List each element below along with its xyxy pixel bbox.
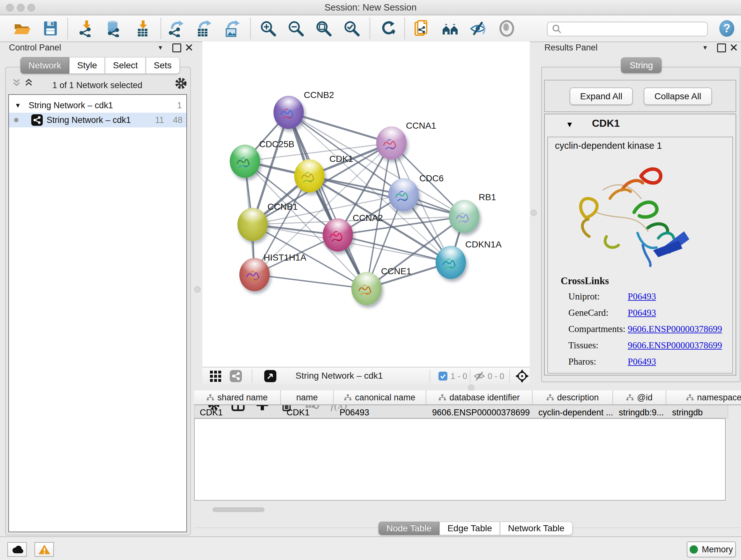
crosslink-value-link[interactable]: P06493 [628, 307, 656, 318]
help-button[interactable]: ? [719, 20, 734, 37]
network-current-dot-icon [14, 118, 18, 122]
import-table-icon[interactable] [134, 20, 151, 37]
hidden-eye-icon[interactable] [474, 371, 485, 381]
collapse-all-button[interactable]: Collapse All [644, 87, 712, 105]
save-session-icon[interactable] [42, 20, 59, 37]
panel-float-icon[interactable] [172, 44, 181, 52]
left-splitter-handle[interactable] [194, 287, 200, 293]
graphics-detail-eye-icon[interactable] [498, 20, 515, 37]
export-table-icon[interactable] [195, 20, 212, 37]
table-cell-database-identifier[interactable]: 9606.ENSP00000378699 [426, 418, 533, 420]
export-network-icon[interactable] [167, 20, 184, 37]
zoom-fit-icon[interactable] [315, 20, 332, 37]
network-share-icon[interactable] [230, 370, 242, 382]
entry-description: cyclin-dependent kinase 1 [555, 140, 662, 151]
search-field[interactable] [547, 22, 708, 37]
tab-edge-table[interactable]: Edge Table [440, 522, 500, 535]
tab-string[interactable]: String [621, 57, 662, 73]
tab-network-table[interactable]: Network Table [500, 522, 572, 535]
cloud-status-button[interactable] [7, 542, 27, 557]
network-node-CCNA2[interactable] [323, 219, 353, 252]
tab-select[interactable]: Select [105, 57, 146, 74]
footer-separator [429, 369, 430, 383]
network-selected-status: 1 of 1 Network selected [8, 80, 186, 90]
panel-menu-icon[interactable]: ▾ [703, 44, 707, 52]
crosslink-value-link[interactable]: 9606.ENSP00000378699 [628, 340, 722, 351]
crosslink-value-link[interactable]: 9606.ENSP00000378699 [628, 324, 722, 334]
home-string-icon[interactable] [442, 20, 459, 37]
table-row[interactable]: CDK1CDK1P064939606.ENSP00000378699cyclin… [194, 418, 726, 420]
network-options-gear-icon[interactable] [174, 77, 188, 90]
tab-style[interactable]: Style [69, 57, 105, 74]
collection-expander-icon[interactable]: ▼ [15, 102, 21, 109]
crosslink-row-pharos-: Pharos:P06493 [568, 356, 596, 367]
protein-squiggle-icon [381, 135, 401, 155]
import-network-icon[interactable] [77, 20, 95, 37]
network-node-CDK1[interactable] [294, 159, 325, 192]
panel-close-icon[interactable]: ✕ [185, 44, 194, 51]
toolbar-separator [160, 18, 161, 39]
network-node-RB1[interactable] [449, 200, 479, 233]
network-node-CDKN1A[interactable] [435, 246, 466, 279]
network-node-CCNA1[interactable] [376, 126, 407, 160]
memory-status-dot [690, 545, 698, 554]
table-cell-shared-name[interactable]: CDK1 [194, 418, 281, 420]
network-node-CDC6[interactable] [388, 178, 419, 211]
network-node-CCNE1[interactable] [351, 272, 382, 305]
entry-expander-icon[interactable]: ▼ [566, 120, 574, 129]
network-row[interactable]: String Network – cdk1 11 48 [9, 113, 186, 127]
panel-close-icon[interactable]: ✕ [729, 44, 738, 51]
network-node-count: 11 [155, 115, 164, 125]
export-image-icon[interactable] [223, 20, 240, 37]
birds-eye-toggle-icon[interactable] [264, 370, 276, 382]
zoom-selected-icon[interactable] [343, 20, 360, 37]
network-node-CCNB1[interactable] [238, 208, 268, 241]
import-database-icon[interactable] [105, 20, 122, 37]
expand-all-button[interactable]: Expand All [569, 87, 633, 105]
toolbar-separator [67, 18, 68, 39]
search-input[interactable] [565, 24, 707, 35]
control-panel-title: Control Panel [9, 43, 61, 53]
protein-squiggle-icon [393, 186, 414, 207]
refresh-icon[interactable] [380, 20, 397, 37]
panel-menu-icon[interactable]: ▾ [158, 44, 162, 52]
crosslink-value-link[interactable]: P06493 [628, 291, 656, 302]
horizontal-scrollbar-thumb[interactable] [212, 507, 265, 512]
zoom-in-icon[interactable] [259, 20, 277, 37]
selected-checkbox-icon[interactable] [439, 372, 448, 381]
crosslinks-title: CrossLinks [561, 275, 609, 287]
open-session-icon[interactable] [13, 20, 30, 37]
toolbar-separator [250, 18, 251, 39]
memory-button[interactable]: Memory [687, 542, 736, 557]
network-canvas[interactable]: CCNB2CCNA1CDC25BCDK1CDC6RB1CCNB1CCNA2CDK… [202, 42, 530, 367]
right-splitter-handle[interactable] [531, 210, 537, 216]
crosslink-label: Compartments: [568, 324, 625, 334]
table-cell--id[interactable]: stringdb:9... [613, 418, 666, 420]
tab-sets[interactable]: Sets [146, 57, 180, 74]
grid-view-icon[interactable] [210, 371, 221, 382]
network-node-HIST1H1A[interactable] [239, 258, 270, 291]
table-cell-description[interactable]: cyclin-dependent ... [533, 418, 613, 420]
network-collection-row[interactable]: ▼ String Network – cdk1 1 [9, 98, 186, 113]
table-cell-canonical-name[interactable]: P06493 [334, 418, 426, 420]
fit-selected-crosshair-icon[interactable] [515, 369, 529, 383]
table-tabs: Node TableEdge TableNetwork Table [379, 522, 572, 535]
bottom-splitter-handle[interactable] [468, 385, 474, 391]
cytoscape-window: Session: New Session [0, 0, 741, 560]
panel-float-icon[interactable] [717, 44, 726, 52]
warnings-button[interactable] [35, 542, 54, 557]
tab-node-table[interactable]: Node Table [379, 522, 440, 535]
crosslink-label: Uniprot: [568, 291, 600, 301]
tab-network[interactable]: Network [20, 57, 69, 74]
zoom-out-icon[interactable] [287, 20, 305, 37]
node-table[interactable]: shared namenamecanonical namedatabase id… [194, 418, 726, 501]
network-node-CDC25B[interactable] [230, 145, 260, 178]
crosslink-row-tissues-: Tissues:9606.ENSP00000378699 [568, 340, 598, 351]
network-node-CCNB2[interactable] [273, 96, 304, 129]
hide-glyphs-eye-icon[interactable] [469, 20, 487, 37]
share-document-icon[interactable] [413, 20, 430, 37]
crosslink-value-link[interactable]: P06493 [628, 356, 656, 367]
table-cell-name[interactable]: CDK1 [281, 418, 334, 420]
table-cell-namespace[interactable]: stringdb [666, 418, 726, 420]
current-network-title: String Network – cdk1 [295, 371, 383, 381]
